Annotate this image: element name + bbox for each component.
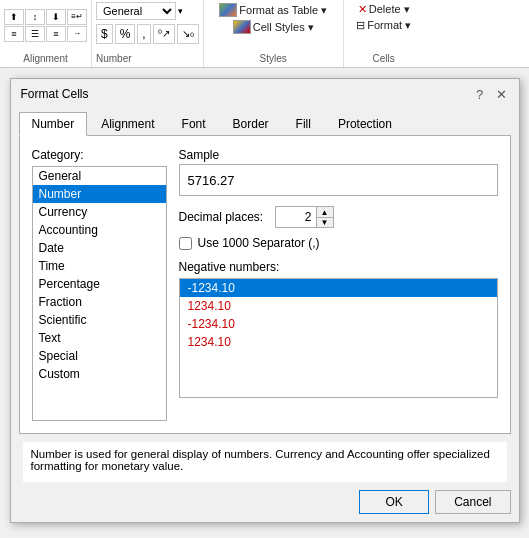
category-item-number[interactable]: Number [33,185,166,203]
ribbon: ⬆ ↕ ⬇ ≡↵ ≡ ☰ ≡ → Alignment General [0,0,529,68]
separator-checkbox[interactable] [179,237,192,250]
cell-style-icon [233,20,251,34]
sample-box: 5716.27 [179,164,498,196]
help-button[interactable]: ? [471,85,489,103]
decimal-label: Decimal places: [179,210,269,224]
number-group-top: General ▾ $ % , ⁰↗ ↘₀ [96,0,199,50]
category-section: Category: General Number Currency Accoun… [32,148,167,421]
decimal-places-row: Decimal places: ▲ ▼ [179,206,498,228]
alignment-buttons: ⬆ ↕ ⬇ ≡↵ ≡ ☰ ≡ → [4,0,87,50]
currency-button[interactable]: $ [96,24,113,44]
spin-buttons: ▲ ▼ [316,207,333,227]
format-as-table-button[interactable]: Format as Table ▾ [215,2,331,18]
delete-icon: ✕ [358,3,367,16]
dialog-titlebar: Format Cells ? ✕ [11,79,519,107]
category-item-general[interactable]: General [33,167,166,185]
close-button[interactable]: ✕ [493,85,511,103]
category-item-accounting[interactable]: Accounting [33,221,166,239]
table-icon [219,3,237,17]
number-format-buttons: $ % , ⁰↗ ↘₀ [96,24,199,44]
neg-item-2[interactable]: -1234.10 [180,315,497,333]
spin-up-button[interactable]: ▲ [317,207,333,217]
negative-numbers-label: Negative numbers: [179,260,498,274]
category-item-text[interactable]: Text [33,329,166,347]
tab-font[interactable]: Font [169,112,219,136]
ribbon-group-number: General ▾ $ % , ⁰↗ ↘₀ Number [92,0,204,67]
category-item-custom[interactable]: Custom [33,365,166,383]
cell-styles-button[interactable]: Cell Styles ▾ [229,19,318,35]
options-section: Sample 5716.27 Decimal places: ▲ ▼ [179,148,498,421]
dialog-tabs: Number Alignment Font Border Fill Protec… [11,107,519,135]
dialog-body: Category: General Number Currency Accoun… [19,135,511,434]
percent-button[interactable]: % [115,24,136,44]
tab-fill[interactable]: Fill [283,112,324,136]
align-bottom-button[interactable]: ⬇ [46,9,66,25]
dialog-title: Format Cells [21,87,89,101]
styles-buttons: Format as Table ▾ Cell Styles ▾ [208,0,339,50]
category-item-time[interactable]: Time [33,257,166,275]
styles-group-label: Styles [208,50,339,67]
alignment-group-label: Alignment [4,50,87,67]
indent-button[interactable]: → [67,26,87,42]
tab-alignment[interactable]: Alignment [88,112,167,136]
format-button[interactable]: ⊟ Format ▾ [352,18,415,33]
format-icon: ⊟ [356,19,365,32]
alignment-top-row: ⬆ ↕ ⬇ ≡↵ [4,9,87,25]
align-right-button[interactable]: ≡ [46,26,66,42]
separator-label[interactable]: Use 1000 Separator (,) [198,236,320,250]
format-cells-dialog: Format Cells ? ✕ Number Alignment Font B… [10,78,520,523]
alignment-bottom-row: ≡ ☰ ≡ → [4,26,87,42]
category-item-scientific[interactable]: Scientific [33,311,166,329]
category-item-percentage[interactable]: Percentage [33,275,166,293]
separator-row: Use 1000 Separator (,) [179,236,498,250]
tab-number[interactable]: Number [19,112,88,136]
number-format-row: General ▾ [96,2,183,20]
category-label: Category: [32,148,167,162]
dialog-controls: ? ✕ [471,85,511,103]
dialog-footer: OK Cancel [11,482,519,522]
cells-buttons: ✕ Delete ▾ ⊟ Format ▾ [348,0,420,50]
align-top-button[interactable]: ⬆ [4,9,24,25]
wrap-text-button[interactable]: ≡↵ [67,9,87,25]
number-group-label: Number [96,50,199,67]
ribbon-group-alignment: ⬆ ↕ ⬇ ≡↵ ≡ ☰ ≡ → Alignment [0,0,92,67]
neg-item-3[interactable]: 1234.10 [180,333,497,351]
negative-numbers-list[interactable]: -1234.10 1234.10 -1234.10 1234.10 [179,278,498,398]
category-item-special[interactable]: Special [33,347,166,365]
align-left-button[interactable]: ≡ [4,26,24,42]
category-item-currency[interactable]: Currency [33,203,166,221]
sample-label: Sample [179,148,498,162]
align-middle-button[interactable]: ↕ [25,9,45,25]
ribbon-group-cells: ✕ Delete ▾ ⊟ Format ▾ Cells [344,0,424,67]
align-center-button[interactable]: ☰ [25,26,45,42]
sample-value: 5716.27 [188,173,235,188]
tab-protection[interactable]: Protection [325,112,405,136]
decimal-spinner: ▲ ▼ [275,206,334,228]
ok-button[interactable]: OK [359,490,429,514]
decrease-decimal-button[interactable]: ↘₀ [177,24,199,44]
number-format-select[interactable]: General [96,2,176,20]
spin-down-button[interactable]: ▼ [317,217,333,227]
number-expand-icon[interactable]: ▾ [178,6,183,16]
dialog-content: Category: General Number Currency Accoun… [32,148,498,421]
delete-button[interactable]: ✕ Delete ▾ [354,2,414,17]
category-item-fraction[interactable]: Fraction [33,293,166,311]
dialog-description: Number is used for general display of nu… [23,442,507,482]
dialog-overlay: Format Cells ? ✕ Number Alignment Font B… [0,68,529,538]
increase-decimal-button[interactable]: ⁰↗ [153,24,175,44]
comma-button[interactable]: , [137,24,150,44]
cells-group-label: Cells [348,50,420,67]
tab-border[interactable]: Border [220,112,282,136]
cancel-button[interactable]: Cancel [435,490,510,514]
alignment-icons: ⬆ ↕ ⬇ ≡↵ ≡ ☰ ≡ → [4,9,87,42]
ribbon-group-styles: Format as Table ▾ Cell Styles ▾ Styles [204,0,344,67]
neg-item-1[interactable]: 1234.10 [180,297,497,315]
decimal-input[interactable] [276,208,316,226]
neg-item-0[interactable]: -1234.10 [180,279,497,297]
category-item-date[interactable]: Date [33,239,166,257]
category-list[interactable]: General Number Currency Accounting Date … [32,166,167,421]
